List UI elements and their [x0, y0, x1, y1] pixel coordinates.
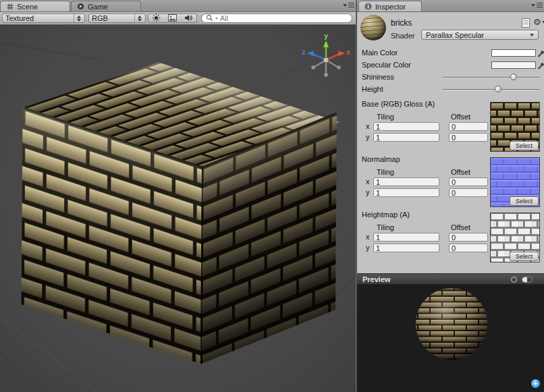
plus-icon[interactable]: +	[531, 379, 540, 388]
tab-scene[interactable]: Scene	[0, 1, 70, 11]
speaker-icon	[184, 14, 193, 23]
specular-color-swatch[interactable]	[491, 61, 536, 69]
preview-title: Preview	[362, 275, 391, 283]
texture-section-title: Normalmap	[362, 155, 400, 163]
scene-tabbar: Scene Game	[0, 0, 356, 12]
preview-sphere-icon[interactable]	[511, 277, 517, 283]
audio-toggle-button[interactable]	[180, 13, 197, 23]
main-color-label: Main Color	[362, 49, 398, 57]
scene-toolbar: Textured RGB	[0, 12, 356, 25]
gizmo-center[interactable]	[323, 57, 329, 63]
unity-editor-window: Scene Game Textured RGB	[0, 0, 544, 392]
tiling-column-header: Tiling	[377, 113, 394, 121]
slider-thumb[interactable]	[510, 74, 517, 80]
slider-track	[443, 77, 540, 78]
shader-dropdown[interactable]: Parallax Specular	[421, 30, 539, 40]
offset-y-input[interactable]	[449, 133, 488, 142]
preview-lighting-icon[interactable]	[522, 277, 533, 283]
inspector-pane: Inspector bricks ⚙ Shader Parallax Specu…	[357, 0, 544, 392]
scene-grid-icon	[6, 3, 13, 10]
shininess-slider[interactable]	[443, 73, 540, 82]
x-axis-label: x	[366, 177, 370, 186]
gizmo-gray-tip[interactable]	[311, 65, 315, 69]
preview-area[interactable]: +	[357, 285, 544, 392]
offset-x-input[interactable]	[449, 233, 488, 242]
select-texture-button[interactable]: Select	[510, 196, 539, 206]
settings-menu-button[interactable]: ⚙	[533, 18, 544, 26]
search-icon	[206, 14, 213, 23]
draw-mode-dropdown[interactable]: Textured	[2, 13, 85, 23]
texture-section-heightmap: Heightmap (A) Tiling Offset x y Select	[357, 211, 544, 264]
game-icon	[77, 3, 84, 10]
select-texture-button[interactable]: Select	[510, 252, 539, 261]
texture-section-base: Base (RGB) Gloss (A) Tiling Offset x y S…	[357, 100, 544, 154]
doc-help-icon[interactable]	[522, 18, 530, 29]
shader-value: Parallax Specular	[426, 31, 484, 39]
specular-color-row: Specular Color	[357, 61, 544, 70]
draw-mode-value: Textured	[5, 14, 34, 22]
main-color-row: Main Color	[357, 49, 544, 58]
y-axis-label: y	[366, 188, 370, 196]
brick-cube[interactable]	[22, 62, 339, 364]
slider-thumb[interactable]	[495, 86, 501, 92]
menu-triangle-icon	[531, 4, 535, 7]
offset-y-input[interactable]	[449, 244, 488, 252]
eyedropper-icon[interactable]	[537, 49, 544, 57]
updown-arrows-icon	[74, 14, 81, 22]
preview-header[interactable]: Preview	[357, 273, 544, 285]
scene-viewport[interactable]: y x z	[0, 25, 356, 392]
info-icon	[364, 3, 372, 10]
tiling-x-input[interactable]	[373, 122, 439, 131]
tab-inspector[interactable]: Inspector	[358, 1, 422, 11]
tiling-y-input[interactable]	[373, 188, 439, 197]
x-axis-label: x	[366, 122, 370, 130]
height-row: Height	[357, 85, 544, 94]
specular-color-label: Specular Color	[362, 61, 411, 69]
gizmo-gray-tip[interactable]	[337, 65, 341, 69]
color-mode-value: RGB	[92, 14, 108, 22]
material-preview-sphere	[357, 285, 544, 392]
tab-game[interactable]: Game	[71, 1, 141, 11]
tiling-y-input[interactable]	[373, 244, 439, 252]
main-color-swatch[interactable]	[491, 49, 536, 57]
offset-column-header: Offset	[451, 113, 470, 121]
tiling-x-input[interactable]	[373, 233, 439, 242]
height-slider[interactable]	[443, 85, 540, 94]
y-axis-label: y	[366, 244, 370, 252]
texture-section-title: Heightmap (A)	[362, 211, 410, 219]
menu-bars-icon	[537, 3, 543, 7]
color-mode-dropdown[interactable]: RGB	[88, 13, 146, 23]
texture-section-normalmap: Normalmap Tiling Offset x y Select	[357, 155, 544, 209]
search-filter-arrow-icon	[215, 18, 218, 20]
chevron-down-icon	[530, 34, 534, 36]
tiling-x-input[interactable]	[373, 177, 439, 186]
shininess-label: Shininess	[362, 73, 394, 81]
tab-game-label: Game	[88, 3, 108, 11]
scene-panel-menu-icon[interactable]	[343, 3, 354, 7]
tab-inspector-label: Inspector	[375, 3, 406, 11]
tiling-column-header: Tiling	[377, 168, 394, 176]
menu-bars-icon	[348, 3, 354, 7]
image-icon	[168, 14, 177, 23]
select-texture-button[interactable]: Select	[510, 141, 539, 150]
tab-scene-label: Scene	[17, 3, 38, 11]
eyedropper-icon[interactable]	[537, 61, 544, 69]
height-label: Height	[362, 85, 383, 93]
offset-y-input[interactable]	[449, 188, 488, 197]
scene-search-field[interactable]	[201, 13, 352, 23]
base-texture-thumbnail[interactable]: Select	[490, 102, 540, 152]
normalmap-texture-thumbnail[interactable]: Select	[490, 157, 540, 207]
inspector-panel-menu-icon[interactable]	[531, 3, 543, 7]
menu-triangle-icon	[542, 21, 544, 24]
gizmo-gray-tip[interactable]	[324, 73, 328, 77]
tiling-y-input[interactable]	[373, 133, 439, 142]
offset-x-input[interactable]	[449, 177, 488, 186]
search-input[interactable]	[220, 14, 348, 22]
material-sphere-icon[interactable]	[360, 15, 386, 40]
lighting-toggle-button[interactable]	[148, 13, 165, 23]
heightmap-texture-thumbnail[interactable]: Select	[490, 213, 540, 262]
y-axis-label: y	[366, 133, 370, 141]
offset-column-header: Offset	[451, 223, 470, 231]
offset-x-input[interactable]	[449, 122, 488, 131]
skybox-toggle-button[interactable]	[164, 13, 181, 23]
